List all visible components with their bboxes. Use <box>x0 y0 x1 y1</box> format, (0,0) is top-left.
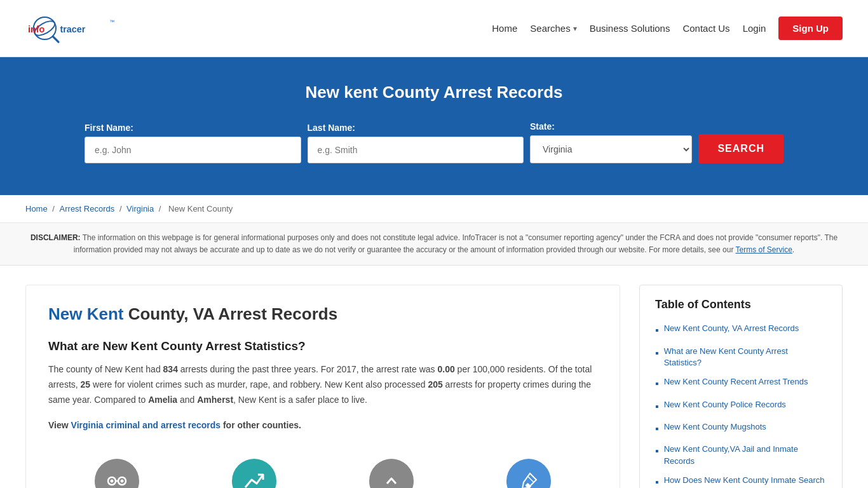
svg-point-11 <box>383 472 400 488</box>
state-select[interactable]: AlabamaAlaskaArizonaArkansasCaliforniaCo… <box>530 135 692 163</box>
toc-title: Table of Contents <box>655 298 827 311</box>
content-heading-rest: County, VA Arrest Records <box>123 304 337 323</box>
content-heading: New Kent County, VA Arrest Records <box>48 304 597 324</box>
breadcrumb-arrest-records[interactable]: Arrest Records <box>60 204 115 214</box>
toc-link[interactable]: New Kent County,VA Jail and Inmate Recor… <box>664 444 827 466</box>
logo-area: info tracer ™ <box>25 11 127 46</box>
icons-row <box>48 446 597 488</box>
content-area: New Kent County, VA Arrest Records What … <box>25 285 620 488</box>
first-name-group: First Name: <box>85 123 301 163</box>
icon-scroll-up <box>369 459 414 488</box>
icon-arrow-up <box>232 459 276 488</box>
toc-item: New Kent County,VA Jail and Inmate Recor… <box>655 444 827 466</box>
svg-marker-13 <box>522 473 536 488</box>
toc-item: New Kent County, VA Arrest Records <box>655 323 827 337</box>
p1-num000: 0.00 <box>437 364 454 374</box>
toc-link[interactable]: New Kent County Mugshots <box>664 421 766 433</box>
toc-link[interactable]: How Does New Kent County Inmate Search W… <box>664 475 827 488</box>
last-name-label: Last Name: <box>308 123 355 133</box>
disclaimer-text: The information on this webpage is for g… <box>74 233 837 254</box>
view-link-para: View Virginia criminal and arrest record… <box>48 418 597 433</box>
toc-box: Table of Contents New Kent County, VA Ar… <box>639 285 843 488</box>
p1-num205: 205 <box>428 379 442 390</box>
view-text: View <box>48 420 71 430</box>
breadcrumb-sep2: / <box>119 204 124 214</box>
icon-circle-pen <box>506 459 551 488</box>
search-form: First Name: Last Name: State: AlabamaAla… <box>85 121 783 163</box>
first-name-label: First Name: <box>85 123 133 133</box>
breadcrumb-virginia[interactable]: Virginia <box>126 204 154 214</box>
hero-banner: New kent County Arrest Records First Nam… <box>0 57 868 195</box>
signup-button[interactable]: Sign Up <box>778 17 843 40</box>
toc-item: New Kent County Police Records <box>655 399 827 414</box>
svg-text:tracer: tracer <box>60 24 85 34</box>
p1-end: , New Kent is a safer place to live. <box>233 395 367 405</box>
main-nav: Home Searches ▾ Business Solutions Conta… <box>492 17 843 40</box>
disclaimer-period: . <box>792 245 794 254</box>
searches-label: Searches <box>530 23 570 34</box>
hero-title: New kent County Arrest Records <box>25 83 843 102</box>
p1-after834: arrests during the past three years. For… <box>178 364 438 374</box>
main-content: New Kent County, VA Arrest Records What … <box>0 266 868 488</box>
icon-circle-trend <box>232 459 276 488</box>
breadcrumb-sep1: / <box>52 204 57 214</box>
icon-circle-handcuffs <box>95 459 139 488</box>
content-heading-highlight: New Kent <box>48 304 123 323</box>
toc-item: New Kent County Mugshots <box>655 421 827 436</box>
toc-list: New Kent County, VA Arrest RecordsWhat a… <box>655 323 827 488</box>
sidebar: Table of Contents New Kent County, VA Ar… <box>639 285 843 488</box>
searches-chevron: ▾ <box>573 24 577 33</box>
breadcrumb-sep3: / <box>159 204 163 214</box>
search-button[interactable]: SEARCH <box>698 134 783 163</box>
toc-link[interactable]: New Kent County Recent Arrest Trends <box>664 376 808 388</box>
icon-pen <box>506 459 551 488</box>
icon-circle-scroll <box>369 459 414 488</box>
header: info tracer ™ Home Searches ▾ Business S… <box>0 0 868 57</box>
nav-contact-us[interactable]: Contact Us <box>682 23 729 34</box>
toc-link[interactable]: New Kent County Police Records <box>664 399 786 410</box>
nav-home[interactable]: Home <box>492 23 517 34</box>
breadcrumb: Home / Arrest Records / Virginia / New K… <box>0 195 868 223</box>
svg-line-2 <box>53 36 58 42</box>
svg-text:™: ™ <box>109 19 114 25</box>
paragraph1: The county of New Kent had 834 arrests d… <box>48 362 597 407</box>
p1-city1: Amelia <box>148 395 177 405</box>
nav-business-solutions[interactable]: Business Solutions <box>590 23 670 34</box>
p1-before834: The county of New Kent had <box>48 364 163 374</box>
p1-num25: 25 <box>81 379 91 390</box>
p1-and: and <box>177 395 197 405</box>
p1-city2: Amherst <box>197 395 233 405</box>
virginia-arrest-records-link[interactable]: Virginia criminal and arrest records <box>71 420 221 430</box>
breadcrumb-home[interactable]: Home <box>25 204 48 214</box>
toc-item: What are New Kent County Arrest Statisti… <box>655 346 827 369</box>
section1-heading: What are New Kent County Arrest Statisti… <box>48 339 597 353</box>
p1-violent: were for violent crimes such as murder, … <box>90 379 428 390</box>
svg-point-10 <box>121 479 124 482</box>
toc-item: How Does New Kent County Inmate Search W… <box>655 475 827 488</box>
logo-svg: info tracer ™ <box>25 11 127 46</box>
nav-searches[interactable]: Searches ▾ <box>530 23 576 34</box>
svg-text:info: info <box>28 24 45 34</box>
terms-of-service-link[interactable]: Terms of Service <box>736 245 792 254</box>
toc-link[interactable]: What are New Kent County Arrest Statisti… <box>664 346 827 369</box>
disclaimer-label: DISCLAIMER: <box>31 233 81 242</box>
disclaimer-bar: DISCLAIMER: The information on this webp… <box>0 223 868 266</box>
breadcrumb-new-kent-county: New Kent County <box>168 204 233 214</box>
icon-handcuffs <box>95 459 139 488</box>
view-end: for other counties. <box>220 420 301 430</box>
state-label: State: <box>530 121 555 132</box>
first-name-input[interactable] <box>85 137 301 163</box>
toc-link[interactable]: New Kent County, VA Arrest Records <box>664 323 799 334</box>
p1-num834: 834 <box>163 364 178 374</box>
last-name-input[interactable] <box>308 137 524 163</box>
last-name-group: Last Name: <box>308 123 524 163</box>
state-group: State: AlabamaAlaskaArizonaArkansasCalif… <box>530 121 692 163</box>
toc-item: New Kent County Recent Arrest Trends <box>655 376 827 391</box>
login-button[interactable]: Login <box>743 23 766 34</box>
svg-point-9 <box>111 479 114 482</box>
